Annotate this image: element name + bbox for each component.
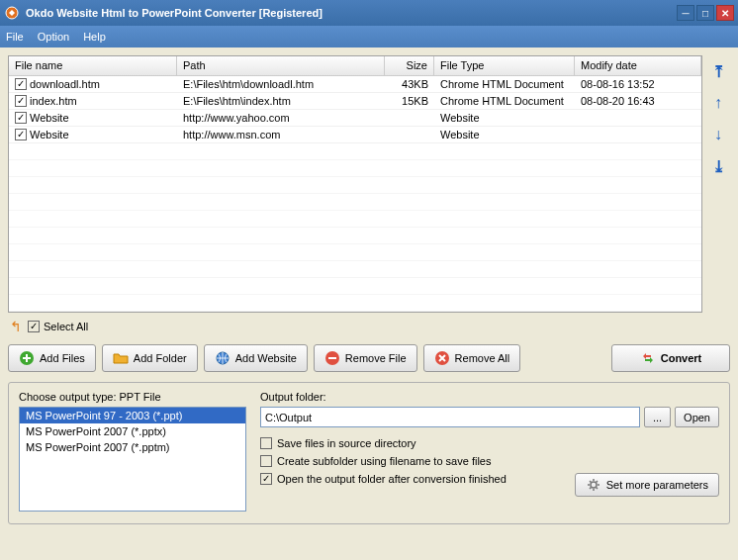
table-row-empty — [9, 228, 701, 244]
cell-type: Website — [434, 111, 575, 125]
cell-path: E:\Files\htm\index.htm — [177, 94, 385, 108]
select-all-checkbox[interactable]: Select All — [28, 321, 88, 332]
cell-date — [575, 134, 701, 136]
create-subfolder-checkbox[interactable]: Create subfolder using filename to save … — [260, 455, 719, 467]
row-checkbox[interactable] — [15, 112, 27, 124]
remove-file-button[interactable]: Remove File — [314, 344, 417, 372]
browse-button[interactable]: ... — [644, 407, 671, 427]
list-item[interactable]: MS PowerPoint 2007 (*.pptm) — [20, 439, 245, 455]
set-more-parameters-button[interactable]: Set more parameters — [575, 473, 719, 497]
add-website-button[interactable]: Add Website — [204, 344, 308, 372]
app-icon — [4, 5, 20, 21]
table-row[interactable]: Websitehttp://www.msn.comWebsite — [9, 127, 701, 143]
table-row[interactable]: Websitehttp://www.yahoo.comWebsite — [9, 110, 701, 127]
menubar: File Option Help — [0, 26, 738, 47]
unchecked-box-icon — [260, 437, 272, 449]
convert-button[interactable]: Convert — [611, 344, 730, 372]
menu-option[interactable]: Option — [38, 31, 69, 43]
cell-date: 08-08-20 16:43 — [575, 94, 701, 108]
cell-path: http://www.yahoo.com — [177, 111, 385, 125]
cell-size — [385, 134, 434, 136]
up-arrow-icon: ↰ — [10, 319, 22, 334]
maximize-button[interactable]: □ — [696, 5, 714, 21]
unchecked-box-icon — [260, 455, 272, 467]
list-item[interactable]: MS PowerPoint 97 - 2003 (*.ppt) — [20, 408, 245, 423]
table-row[interactable]: downloadl.htmE:\Files\htm\downloadl.htm4… — [9, 76, 701, 93]
table-row-empty — [9, 143, 701, 160]
svg-point-5 — [591, 482, 597, 488]
cell-type: Chrome HTML Document — [434, 77, 575, 91]
globe-icon — [215, 350, 231, 366]
file-table: File name Path Size File Type Modify dat… — [8, 55, 702, 313]
cell-path: http://www.msn.com — [177, 128, 385, 141]
cell-size: 43KB — [385, 77, 434, 91]
open-after-checkbox[interactable]: Open the output folder after conversion … — [260, 473, 565, 485]
select-all-label: Select All — [44, 321, 88, 332]
cell-path: E:\Files\htm\downloadl.htm — [177, 77, 385, 91]
minimize-button[interactable]: ─ — [677, 5, 694, 21]
cell-filename: index.htm — [30, 95, 77, 107]
col-filetype[interactable]: File Type — [434, 56, 575, 75]
window-title: Okdo Website Html to PowerPoint Converte… — [26, 7, 677, 19]
table-row-empty — [9, 160, 701, 177]
cell-filename: Website — [30, 112, 69, 124]
gear-icon — [586, 477, 601, 493]
remove-all-button[interactable]: Remove All — [423, 344, 521, 372]
checked-box-icon — [260, 473, 272, 485]
list-item[interactable]: MS PowerPoint 2007 (*.pptx) — [20, 423, 245, 439]
row-checkbox[interactable] — [15, 78, 27, 90]
convert-icon — [640, 350, 656, 366]
table-row-empty — [9, 194, 701, 211]
row-checkbox[interactable] — [15, 95, 27, 107]
output-folder-input[interactable] — [260, 407, 640, 427]
save-source-checkbox[interactable]: Save files in source directory — [260, 437, 719, 449]
table-row-empty — [9, 278, 701, 295]
col-filename[interactable]: File name — [9, 56, 177, 75]
output-type-label: Choose output type: — [19, 391, 116, 403]
move-up-button[interactable]: ↑ — [708, 93, 728, 113]
table-row-empty — [9, 177, 701, 194]
cell-filename: downloadl.htm — [30, 78, 100, 90]
menu-file[interactable]: File — [6, 31, 24, 43]
x-icon — [434, 350, 450, 366]
table-row-empty — [9, 211, 701, 228]
col-size[interactable]: Size — [385, 56, 434, 75]
cell-type: Website — [434, 128, 575, 141]
folder-icon — [113, 350, 129, 366]
row-checkbox[interactable] — [15, 129, 27, 140]
titlebar: Okdo Website Html to PowerPoint Converte… — [0, 0, 738, 26]
cell-size — [385, 117, 434, 119]
col-modifydate[interactable]: Modify date — [575, 56, 701, 75]
table-row-empty — [9, 295, 701, 312]
table-header-row: File name Path Size File Type Modify dat… — [9, 56, 701, 76]
cell-date: 08-08-16 13:52 — [575, 77, 701, 91]
open-folder-button[interactable]: Open — [675, 407, 719, 427]
cell-filename: Website — [30, 129, 69, 140]
add-folder-button[interactable]: Add Folder — [102, 344, 198, 372]
output-type-listbox[interactable]: MS PowerPoint 97 - 2003 (*.ppt)MS PowerP… — [19, 407, 246, 512]
output-type-current: PPT File — [120, 391, 161, 403]
output-folder-label: Output folder: — [260, 391, 719, 403]
table-row[interactable]: index.htmE:\Files\htm\index.htm15KBChrom… — [9, 93, 701, 110]
move-bottom-button[interactable]: ⤓ — [708, 156, 728, 176]
add-files-button[interactable]: Add Files — [8, 344, 96, 372]
close-button[interactable]: ✕ — [716, 5, 734, 21]
move-down-button[interactable]: ↓ — [708, 125, 728, 144]
reorder-buttons: ⤒ ↑ ↓ ⤓ — [706, 55, 730, 313]
plus-icon — [19, 350, 35, 366]
cell-size: 15KB — [385, 94, 434, 108]
cell-date — [575, 117, 701, 119]
col-path[interactable]: Path — [177, 56, 385, 75]
cell-type: Chrome HTML Document — [434, 94, 575, 108]
table-row-empty — [9, 261, 701, 278]
minus-icon — [324, 350, 340, 366]
table-row-empty — [9, 244, 701, 261]
move-top-button[interactable]: ⤒ — [708, 61, 728, 81]
select-all-check-icon — [28, 321, 40, 332]
menu-help[interactable]: Help — [83, 31, 106, 43]
settings-panel: Choose output type: PPT File MS PowerPoi… — [8, 382, 730, 524]
